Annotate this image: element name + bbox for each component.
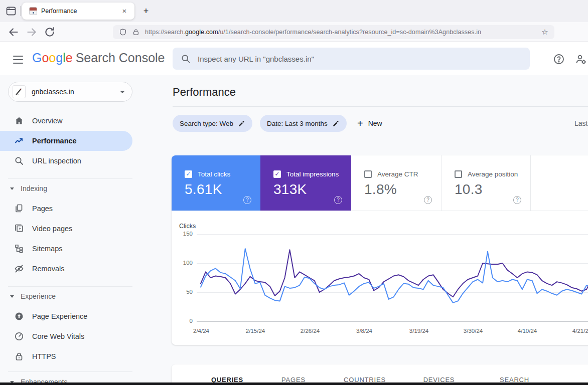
- metric-card-total-clicks[interactable]: Total clicks 5.61K: [172, 155, 260, 211]
- lock-icon[interactable]: [132, 28, 140, 36]
- x-tick-label: 2/15/24: [246, 328, 265, 334]
- account-settings-icon[interactable]: [575, 53, 587, 65]
- new-filter-button[interactable]: New: [357, 115, 382, 132]
- chart-line-total-impressions: [201, 250, 588, 297]
- title-divider: [173, 106, 588, 107]
- search-icon: [181, 54, 191, 64]
- section-title: Indexing: [21, 184, 47, 192]
- sidebar-item-performance[interactable]: Performance: [0, 131, 132, 151]
- sidebar-item-https[interactable]: HTTPS: [0, 346, 132, 366]
- metric-label: Total impressions: [286, 170, 339, 178]
- url-inspect-input[interactable]: [198, 55, 522, 63]
- tabstrip-divider: [20, 6, 21, 16]
- forward-button[interactable]: [25, 26, 38, 39]
- logo-letter: o: [49, 51, 56, 65]
- bookmark-star-icon[interactable]: [540, 28, 549, 37]
- sidebar-divider: [8, 178, 132, 179]
- chip-label: Search type: Web: [180, 120, 233, 127]
- sidebar-item-label: Performance: [32, 137, 77, 145]
- x-tick-label: 4/10/24: [518, 328, 537, 334]
- eye-off-icon: [14, 264, 24, 274]
- y-tick-label: 50: [176, 289, 193, 295]
- sidebar-item-label: Core Web Vitals: [32, 332, 84, 340]
- collapse-caret-icon: [10, 187, 14, 190]
- sidebar-item-removals[interactable]: Removals: [0, 259, 132, 279]
- metric-label: Total clicks: [198, 170, 230, 178]
- sidebar-item-sitemaps[interactable]: Sitemaps: [0, 239, 132, 259]
- help-circle-icon[interactable]: [243, 196, 251, 204]
- x-tick-label: 2/4/24: [193, 328, 209, 334]
- url-domain: google.com: [185, 29, 218, 36]
- sidebar-item-core-web-vitals[interactable]: Core Web Vitals: [0, 326, 132, 346]
- help-circle-icon[interactable]: [513, 196, 521, 204]
- logo-letter: o: [42, 51, 49, 65]
- plus-icon: [357, 118, 363, 128]
- dimensions-card: QUERIES PAGES COUNTRIES DEVICES SEARCH A…: [172, 364, 588, 385]
- pages-copy-icon: [14, 204, 24, 214]
- hamburger-menu-icon[interactable]: [12, 53, 24, 65]
- sidebar-item-pages[interactable]: Pages: [0, 199, 132, 219]
- reload-button[interactable]: [43, 26, 56, 39]
- property-favicon: [13, 85, 26, 98]
- sidebar-divider: [8, 371, 132, 372]
- metric-card-average-ctr[interactable]: Average CTR 1.8%: [351, 155, 441, 211]
- metric-value: 10.3: [455, 181, 483, 198]
- filter-chip-search-type[interactable]: Search type: Web: [173, 115, 252, 132]
- sidebar-item-video-pages[interactable]: Video pages: [0, 219, 132, 239]
- metric-label: Average position: [468, 170, 518, 178]
- performance-card: Total clicks 5.61K Total impressions 313…: [172, 155, 588, 345]
- last-updated-text: Last: [574, 119, 587, 127]
- browser-tab-performance[interactable]: Performance: [22, 3, 134, 20]
- url-path: /u/1/search-console/performance/search-a…: [218, 29, 482, 36]
- browser-navbar: https://search.google.com/u/1/search-con…: [0, 22, 588, 42]
- section-indexing[interactable]: Indexing: [10, 183, 132, 194]
- metric-card-total-impressions[interactable]: Total impressions 313K: [260, 155, 351, 211]
- chevron-down-icon: [120, 91, 125, 93]
- video-pages-icon: [14, 224, 24, 234]
- clicks-chart-svg[interactable]: [201, 234, 588, 321]
- browser-tabstrip: Performance: [0, 0, 588, 22]
- gsc-logo[interactable]: GoogleSearch Console: [32, 51, 165, 65]
- shield-icon[interactable]: [119, 28, 127, 36]
- sidebar-item-page-experience[interactable]: Page Experience: [0, 306, 132, 326]
- gsc-header: GoogleSearch Console: [0, 42, 588, 75]
- metric-value: 1.8%: [364, 181, 397, 198]
- url-bar[interactable]: https://search.google.com/u/1/search-con…: [113, 25, 554, 39]
- sidebar-item-label: Pages: [32, 205, 53, 213]
- x-tick-label: 3/8/24: [356, 328, 372, 334]
- help-circle-icon[interactable]: [424, 196, 432, 204]
- help-circle-icon[interactable]: [334, 196, 342, 204]
- back-button[interactable]: [7, 26, 20, 39]
- tab-close-icon[interactable]: [119, 6, 129, 16]
- sidebar-item-url-inspection[interactable]: URL inspection: [0, 151, 132, 171]
- sidebar-divider: [8, 286, 132, 287]
- x-tick-label: 3/30/24: [464, 328, 483, 334]
- new-tab-button[interactable]: [139, 5, 153, 18]
- logo-letter: G: [32, 51, 42, 65]
- page-title: Performance: [173, 86, 236, 99]
- checkbox-checked-icon[interactable]: [273, 170, 281, 178]
- section-experience[interactable]: Experience: [10, 291, 132, 301]
- y-tick-label: 150: [176, 231, 193, 237]
- sidebar-item-overview[interactable]: Overview: [0, 111, 132, 131]
- chart-axis-title: Clicks: [179, 223, 196, 230]
- sidebar-item-label: HTTPS: [32, 352, 56, 360]
- firefox-view-icon[interactable]: [5, 5, 17, 17]
- y-tick-label: 0: [176, 318, 193, 324]
- property-selector[interactable]: gnbclasses.in: [8, 82, 132, 102]
- checkbox-checked-icon[interactable]: [185, 170, 192, 178]
- filter-chip-date[interactable]: Date: Last 3 months: [260, 115, 347, 132]
- sidebar-item-label: URL inspection: [32, 157, 81, 165]
- x-tick-label: 3/19/24: [409, 328, 428, 334]
- url-inspect-searchbox[interactable]: [173, 48, 530, 70]
- x-tick-label: 4/21/24: [572, 328, 588, 334]
- metric-card-average-position[interactable]: Average position 10.3: [441, 155, 531, 211]
- checkbox-unchecked-icon[interactable]: [455, 170, 462, 178]
- logo-letter: e: [66, 51, 73, 65]
- sidebar-item-label: Page Experience: [32, 312, 87, 320]
- y-tick-label: 100: [176, 260, 193, 266]
- metric-value: 5.61K: [185, 181, 222, 198]
- checkbox-unchecked-icon[interactable]: [364, 170, 372, 178]
- help-icon[interactable]: [553, 53, 565, 65]
- url-prefix: https://search.: [145, 29, 185, 36]
